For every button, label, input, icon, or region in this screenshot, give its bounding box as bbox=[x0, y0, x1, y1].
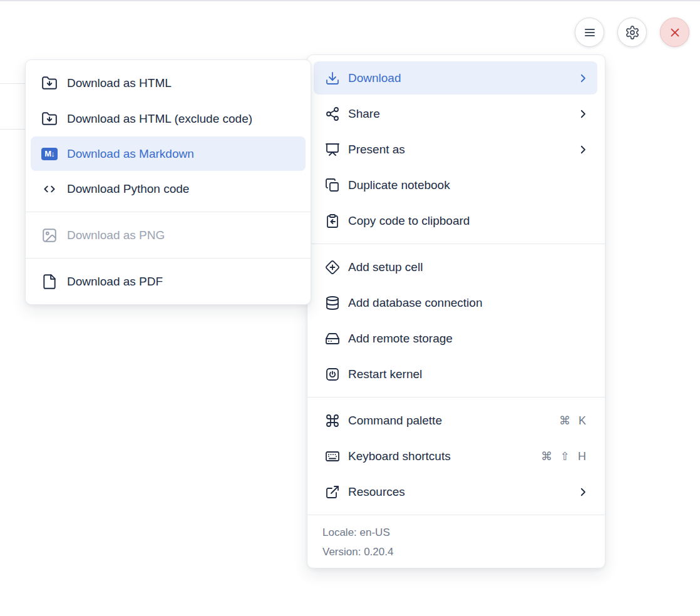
background-cell-border bbox=[0, 129, 25, 130]
menu-item-copy-code[interactable]: Copy code to clipboard bbox=[307, 203, 605, 239]
close-button[interactable] bbox=[660, 18, 689, 47]
x-icon bbox=[667, 24, 683, 41]
copy-icon bbox=[325, 178, 340, 193]
menu-separator bbox=[307, 244, 605, 244]
menu-item-label: Download as PNG bbox=[67, 228, 165, 242]
chevron-right-icon bbox=[577, 108, 589, 120]
menu-item-label: Present as bbox=[348, 143, 405, 157]
menu-item-download[interactable]: Download bbox=[314, 61, 597, 95]
menu-item-label: Copy code to clipboard bbox=[348, 214, 470, 228]
menu-item-label: Download as PDF bbox=[67, 275, 163, 289]
page-top-border bbox=[0, 0, 700, 1]
hard-drive-icon bbox=[325, 331, 340, 346]
menu-item-label: Download Python code bbox=[67, 182, 189, 196]
menu-item-duplicate-notebook[interactable]: Duplicate notebook bbox=[307, 167, 605, 203]
folder-down-icon bbox=[41, 111, 58, 127]
menu-item-add-setup-cell[interactable]: Add setup cell bbox=[307, 249, 605, 285]
menu-item-label: Duplicate notebook bbox=[348, 178, 450, 192]
shortcut-hint: ⌘ ⇧ H bbox=[541, 449, 589, 463]
menu-separator bbox=[26, 258, 311, 259]
menu-item-download-python-code[interactable]: Download Python code bbox=[26, 171, 311, 207]
presentation-icon bbox=[325, 142, 340, 157]
menu-item-label: Add setup cell bbox=[348, 260, 423, 274]
menu-item-download-as-pdf[interactable]: Download as PDF bbox=[26, 264, 311, 299]
notebook-menu: Download Share Present as Duplicate note… bbox=[307, 54, 605, 568]
menu-item-download-as-markdown[interactable]: M↓ Download as Markdown bbox=[31, 136, 306, 171]
menu-item-label: Download bbox=[348, 71, 401, 85]
background-cell-border bbox=[0, 83, 25, 84]
clipboard-copy-icon bbox=[325, 213, 340, 228]
keyboard-icon bbox=[325, 449, 340, 464]
menu-item-download-as-html[interactable]: Download as HTML bbox=[26, 65, 311, 101]
menu-footer: Locale: en-US Version: 0.20.4 bbox=[307, 515, 605, 568]
menu-item-add-remote-storage[interactable]: Add remote storage bbox=[307, 321, 605, 356]
power-square-icon bbox=[325, 367, 340, 382]
chevron-right-icon bbox=[577, 144, 589, 155]
menu-separator bbox=[307, 397, 605, 398]
settings-button[interactable] bbox=[617, 18, 647, 47]
download-icon bbox=[325, 71, 340, 86]
menu-item-present-as[interactable]: Present as bbox=[307, 131, 605, 167]
menu-item-label: Command palette bbox=[348, 414, 442, 428]
menu-item-command-palette[interactable]: Command palette ⌘ K bbox=[307, 403, 605, 438]
menu-item-label: Restart kernel bbox=[348, 367, 422, 381]
diamond-plus-icon bbox=[325, 260, 340, 275]
image-icon bbox=[41, 227, 58, 244]
menu-separator bbox=[26, 212, 311, 212]
menu-item-label: Download as HTML bbox=[67, 76, 172, 90]
menu-item-label: Resources bbox=[348, 485, 405, 499]
folder-down-icon bbox=[41, 75, 58, 91]
hamburger-icon bbox=[582, 25, 597, 40]
download-submenu: Download as HTML Download as HTML (exclu… bbox=[25, 59, 311, 305]
markdown-download-icon: M↓ bbox=[41, 146, 58, 162]
menu-button[interactable] bbox=[575, 18, 604, 47]
code-icon bbox=[41, 181, 58, 197]
menu-item-download-as-html-exclude-code[interactable]: Download as HTML (exclude code) bbox=[26, 101, 311, 136]
file-icon bbox=[41, 274, 58, 290]
share-icon bbox=[325, 106, 340, 121]
menu-item-label: Add remote storage bbox=[348, 332, 453, 346]
menu-item-label: Download as HTML (exclude code) bbox=[67, 112, 252, 126]
menu-item-label: Download as Markdown bbox=[67, 147, 194, 161]
external-link-icon bbox=[325, 485, 340, 500]
menu-item-label: Add database connection bbox=[348, 296, 482, 310]
gear-icon bbox=[625, 25, 640, 40]
menu-item-label: Share bbox=[348, 107, 380, 121]
notebook-actions-toolbar bbox=[575, 18, 689, 47]
database-icon bbox=[325, 295, 340, 311]
menu-item-label: Keyboard shortcuts bbox=[348, 449, 451, 463]
menu-item-share[interactable]: Share bbox=[307, 96, 605, 131]
menu-item-restart-kernel[interactable]: Restart kernel bbox=[307, 356, 605, 392]
chevron-right-icon bbox=[577, 486, 589, 498]
version-text: Version: 0.20.4 bbox=[307, 542, 605, 562]
command-icon bbox=[325, 413, 340, 428]
locale-text: Locale: en-US bbox=[307, 523, 605, 542]
chevron-right-icon bbox=[577, 73, 589, 84]
menu-item-resources[interactable]: Resources bbox=[307, 474, 605, 510]
shortcut-hint: ⌘ K bbox=[559, 414, 589, 428]
menu-item-add-database-connection[interactable]: Add database connection bbox=[307, 285, 605, 321]
menu-item-keyboard-shortcuts[interactable]: Keyboard shortcuts ⌘ ⇧ H bbox=[307, 438, 605, 474]
menu-item-download-as-png[interactable]: Download as PNG bbox=[26, 217, 311, 253]
